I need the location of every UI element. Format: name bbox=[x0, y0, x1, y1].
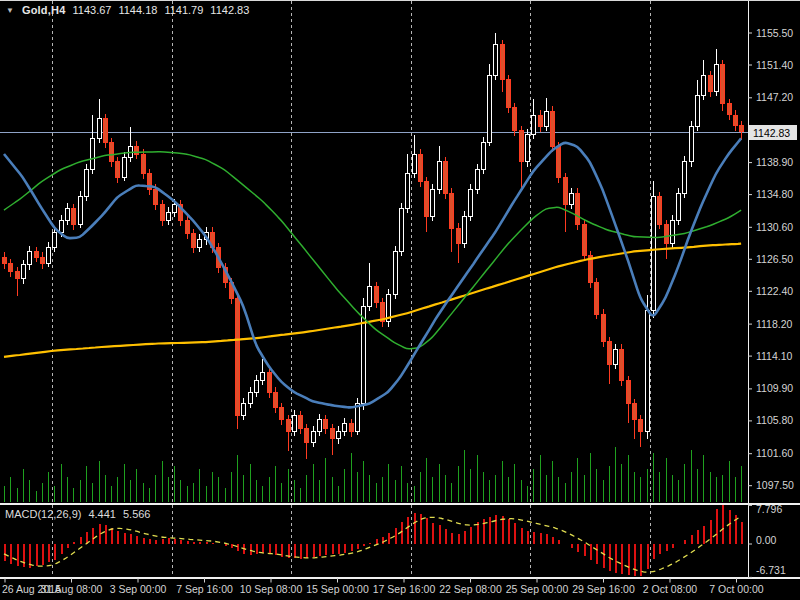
svg-text:2 Oct 08:00: 2 Oct 08:00 bbox=[643, 583, 697, 595]
symbol-label: Gold,H4 bbox=[22, 4, 66, 16]
time-axis[interactable]: 26 Aug 201531 Aug 08:003 Sep 00:007 Sep … bbox=[2, 578, 764, 595]
svg-text:1114.10: 1114.10 bbox=[756, 350, 793, 362]
symbol-dropdown-icon[interactable]: ▼ bbox=[6, 6, 14, 15]
macd-indicator-label: MACD(12,26,9) 4.441 5.566 bbox=[5, 508, 150, 520]
svg-text:29 Sep 16:00: 29 Sep 16:00 bbox=[572, 583, 635, 595]
svg-text:1130.60: 1130.60 bbox=[756, 221, 793, 233]
ma-orange-line bbox=[4, 244, 741, 357]
svg-text:1118.20: 1118.20 bbox=[756, 318, 793, 330]
macd-axis[interactable]: 7.7960.00-6.731 bbox=[748, 503, 786, 577]
svg-text:15 Sep 00:00: 15 Sep 00:00 bbox=[306, 583, 369, 595]
svg-text:1101.60: 1101.60 bbox=[756, 447, 793, 459]
svg-text:1126.50: 1126.50 bbox=[756, 253, 793, 265]
macd-signal-value: 5.566 bbox=[123, 508, 151, 520]
svg-text:7.796: 7.796 bbox=[756, 503, 782, 515]
ma-green-line bbox=[4, 152, 741, 349]
macd-name: MACD(12,26,9) bbox=[5, 508, 81, 520]
svg-text:25 Sep 00:00: 25 Sep 00:00 bbox=[506, 583, 569, 595]
bar-close-value: 1142.83 bbox=[210, 4, 249, 16]
svg-text:17 Sep 16:00: 17 Sep 16:00 bbox=[373, 583, 436, 595]
svg-text:0.00: 0.00 bbox=[756, 534, 777, 546]
svg-text:3 Sep 00:00: 3 Sep 00:00 bbox=[110, 583, 167, 595]
svg-text:1147.20: 1147.20 bbox=[756, 91, 793, 103]
svg-text:1105.80: 1105.80 bbox=[756, 414, 793, 426]
bar-low-value: 1141.79 bbox=[164, 4, 203, 16]
svg-text:1142.83: 1142.83 bbox=[753, 127, 790, 139]
window-top-border bbox=[0, 0, 800, 1]
candles bbox=[3, 33, 744, 459]
svg-text:1097.50: 1097.50 bbox=[756, 479, 794, 491]
chart-ohlc-header: ▼ Gold,H4 1143.67 1144.18 1141.79 1142.8… bbox=[6, 4, 249, 16]
svg-text:7 Sep 16:00: 7 Sep 16:00 bbox=[176, 583, 233, 595]
svg-text:7 Oct 00:00: 7 Oct 00:00 bbox=[709, 583, 763, 595]
ma-blue-line bbox=[4, 138, 741, 407]
bar-open-value: 1143.67 bbox=[73, 4, 112, 16]
svg-text:22 Sep 08:00: 22 Sep 08:00 bbox=[439, 583, 502, 595]
bar-high-value: 1144.18 bbox=[118, 4, 157, 16]
svg-text:-6.731: -6.731 bbox=[756, 564, 786, 576]
svg-text:31 Aug 08:00: 31 Aug 08:00 bbox=[41, 583, 103, 595]
current-price-label: 1142.83 bbox=[749, 125, 797, 140]
macd-main-value: 4.441 bbox=[88, 508, 116, 520]
mt4-chart-window: 1155.501151.401147.201138.901134.801130.… bbox=[0, 0, 800, 600]
panel-frame bbox=[0, 1, 800, 579]
svg-text:1134.80: 1134.80 bbox=[756, 188, 793, 200]
svg-text:1109.90: 1109.90 bbox=[756, 382, 793, 394]
macd-signal-line bbox=[4, 516, 741, 572]
svg-text:1151.40: 1151.40 bbox=[756, 59, 793, 71]
svg-text:1138.90: 1138.90 bbox=[756, 156, 793, 168]
svg-text:1122.40: 1122.40 bbox=[756, 285, 793, 297]
volume-bars bbox=[4, 447, 743, 502]
price-axis[interactable]: 1155.501151.401147.201138.901134.801130.… bbox=[748, 27, 794, 492]
svg-text:10 Sep 08:00: 10 Sep 08:00 bbox=[240, 583, 303, 595]
svg-text:1155.50: 1155.50 bbox=[756, 27, 793, 39]
